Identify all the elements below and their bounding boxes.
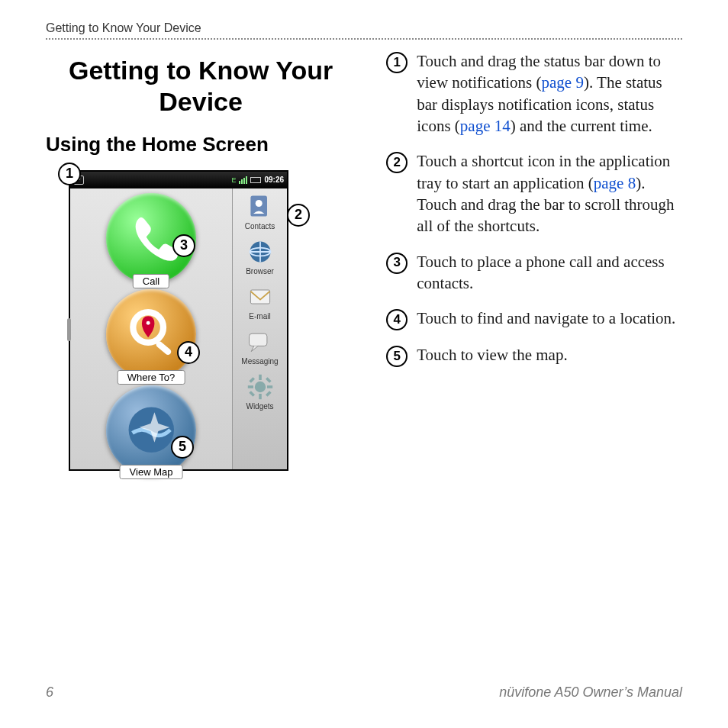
network-e-icon: E: [231, 176, 236, 184]
tray-label: Widgets: [246, 402, 273, 411]
svg-rect-1: [155, 340, 172, 356]
pin-search-icon: [120, 302, 183, 366]
phone-frame: P E 09:26: [69, 170, 288, 471]
svg-rect-14: [267, 385, 272, 388]
app-tray[interactable]: Contacts Browser: [232, 188, 287, 469]
page-ref-link[interactable]: page 9: [542, 73, 584, 92]
desc-item-4: 4 Touch to find and navigate to a locati…: [386, 308, 682, 330]
section-title: Using the Home Screen: [46, 133, 356, 156]
right-column: 1 Touch and drag the status bar down to …: [386, 50, 682, 483]
where-to-button[interactable]: [106, 289, 196, 379]
phone-body: Call Where To?: [70, 188, 287, 469]
svg-rect-18: [265, 391, 271, 397]
page-title: Getting to Know Your Device: [46, 55, 356, 118]
status-right-icons: E 09:26: [231, 176, 284, 184]
tray-item-browser[interactable]: Browser: [246, 238, 274, 275]
content-columns: Getting to Know Your Device Using the Ho…: [46, 50, 682, 483]
email-icon: [246, 283, 274, 311]
svg-point-2: [146, 321, 150, 325]
contacts-icon: [246, 193, 274, 221]
page-ref-link[interactable]: page 8: [594, 174, 636, 192]
battery-icon: [250, 177, 261, 183]
desc-item-2: 2 Touch a shortcut icon in the applicati…: [386, 150, 682, 237]
svg-rect-13: [247, 385, 253, 388]
svg-rect-17: [249, 391, 255, 397]
running-head-text: Getting to Know Your Device: [46, 21, 201, 34]
svg-rect-16: [265, 377, 271, 383]
tray-drag-handle[interactable]: [67, 318, 71, 341]
status-bar[interactable]: P E 09:26: [70, 172, 287, 188]
marker-3: 3: [386, 253, 407, 274]
phone-icon: [120, 206, 183, 269]
manual-page: Getting to Know Your Device Getting to K…: [0, 0, 728, 728]
svg-point-10: [254, 381, 265, 391]
manual-title: nüvifone A50 Owner’s Manual: [499, 685, 682, 701]
call-label: Call: [133, 274, 169, 288]
desc-text-2: Touch a shortcut icon in the application…: [417, 150, 682, 237]
svg-point-5: [255, 200, 262, 207]
callout-2: 2: [287, 204, 310, 227]
marker-2: 2: [386, 152, 407, 173]
marker-4: 4: [386, 309, 407, 330]
tray-label: Browser: [246, 267, 274, 275]
tray-item-widgets[interactable]: Widgets: [246, 373, 273, 411]
callout-3: 3: [172, 234, 195, 257]
page-number: 6: [46, 685, 53, 701]
view-map-button[interactable]: [106, 385, 196, 475]
desc-text-3: Touch to place a phone call and access c…: [417, 251, 682, 295]
desc-item-1: 1 Touch and drag the status bar down to …: [386, 50, 682, 137]
left-column: Getting to Know Your Device Using the Ho…: [46, 50, 356, 483]
tray-item-email[interactable]: E-mail: [246, 283, 274, 321]
desc-item-3: 3 Touch to place a phone call and access…: [386, 251, 682, 295]
svg-rect-15: [249, 377, 255, 383]
tray-item-messaging[interactable]: Messaging: [241, 328, 278, 366]
desc-item-5: 5 Touch to view the map.: [386, 344, 682, 367]
device-screenshot: 1 2 3 4 5 P E 09:26: [50, 163, 279, 483]
desc-text-5: Touch to view the map.: [417, 344, 567, 366]
callout-1: 1: [58, 163, 81, 185]
tray-label: E-mail: [249, 312, 270, 321]
clock: 09:26: [264, 176, 284, 184]
widgets-icon: [246, 373, 274, 401]
browser-icon: [246, 238, 274, 266]
tray-item-contacts[interactable]: Contacts: [245, 193, 275, 230]
desc-text-4: Touch to find and navigate to a location…: [417, 308, 675, 329]
marker-5: 5: [386, 346, 407, 367]
callout-4: 4: [177, 341, 200, 364]
svg-rect-8: [250, 290, 269, 304]
signal-icon: [239, 176, 247, 184]
desc-text-1: Touch and drag the status bar down to vi…: [417, 50, 682, 137]
tray-label: Messaging: [241, 357, 278, 366]
svg-rect-11: [259, 374, 262, 379]
page-footer: 6 nüvifone A50 Owner’s Manual: [46, 685, 682, 701]
running-head: Getting to Know Your Device: [46, 21, 682, 40]
view-map-label: View Map: [120, 465, 183, 479]
page-ref-link[interactable]: page 14: [460, 117, 511, 135]
text-fragment: ) and the current time.: [511, 117, 652, 135]
svg-rect-9: [250, 333, 267, 346]
messaging-icon: [246, 328, 273, 356]
callout-5: 5: [171, 436, 194, 459]
main-area: Call Where To?: [70, 188, 232, 469]
where-to-label: Where To?: [118, 370, 185, 385]
marker-1: 1: [386, 52, 407, 73]
tray-label: Contacts: [245, 222, 275, 230]
svg-rect-12: [259, 394, 262, 399]
